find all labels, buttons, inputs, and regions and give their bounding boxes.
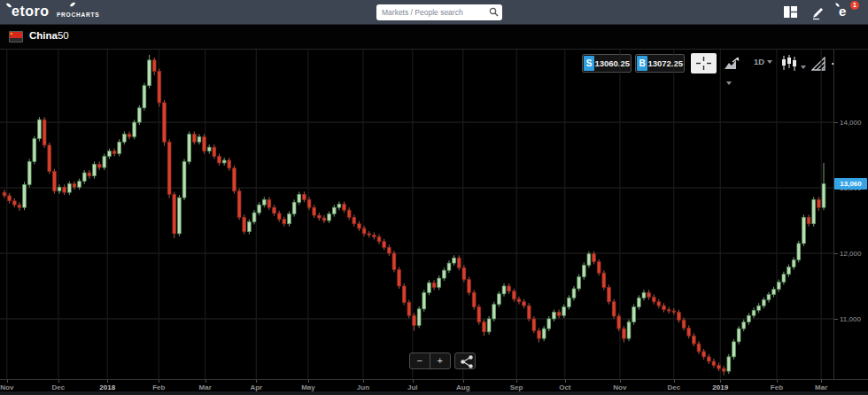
candle-body [792, 259, 795, 267]
candle-body [447, 263, 451, 270]
candle-body [247, 222, 251, 232]
candle-body [222, 160, 226, 163]
zoom-in-button[interactable]: + [430, 353, 450, 368]
x-axis-label: Feb [771, 383, 783, 391]
candle-body [148, 60, 151, 86]
candle-body [562, 307, 566, 316]
candle-body [277, 213, 281, 220]
y-axis-label: 11,000 [840, 315, 861, 323]
candle-body [617, 316, 621, 329]
candle-body [468, 280, 471, 293]
candle-body [742, 322, 746, 329]
candle-body [198, 136, 201, 142]
candle-body [218, 157, 221, 163]
candle-body [767, 295, 771, 300]
candle-body [722, 368, 725, 371]
x-axis-label: Oct [559, 383, 570, 391]
candle-body [398, 269, 401, 285]
candle-body [652, 298, 655, 302]
x-tick-mark [256, 380, 257, 383]
candle-body [692, 336, 695, 344]
chart-region: 14,00013,00012,00011,000 13,060 NovDec20… [0, 49, 868, 395]
candle-body [622, 329, 625, 338]
candle-body [228, 160, 231, 168]
candle-body [143, 86, 146, 108]
candle-body [538, 330, 541, 338]
x-tick-mark [720, 380, 721, 383]
candle-body [158, 71, 161, 102]
candle-body [288, 214, 291, 224]
x-tick-mark [308, 380, 309, 383]
x-axis-label: 2018 [99, 383, 115, 391]
candle-body [678, 313, 681, 321]
candle-body [757, 306, 761, 310]
candle-body [317, 215, 321, 218]
candle-body [152, 60, 156, 72]
y-tick-mark [834, 253, 838, 254]
candle-body [377, 237, 381, 242]
candle-body [237, 191, 241, 218]
candle-body [97, 164, 101, 167]
candle-body [88, 173, 91, 176]
x-axis-label: Feb [152, 383, 165, 391]
top-navigation-bar: etoro PROCHARTS [0, 0, 868, 25]
candle-body [33, 139, 36, 162]
candle-body [747, 315, 750, 321]
candle-body [167, 142, 171, 194]
etoro-account-button[interactable]: e 1 [836, 3, 857, 22]
layout-grid-button[interactable] [784, 5, 797, 21]
candle-body [128, 134, 131, 136]
candle-body [517, 299, 521, 302]
candle-body [108, 151, 112, 157]
x-tick-mark [674, 380, 675, 383]
zoom-out-button[interactable]: − [410, 353, 430, 368]
candle-body [687, 328, 691, 336]
candle-body [407, 302, 411, 315]
candle-body [118, 142, 121, 153]
x-tick-mark [58, 380, 59, 383]
candle-body [303, 194, 306, 199]
x-tick-mark [463, 380, 464, 383]
candle-body [632, 307, 636, 322]
candle-body [292, 202, 296, 213]
x-tick-mark [620, 380, 621, 383]
candle-body [727, 357, 731, 371]
product-name: PROCHARTS [57, 12, 99, 18]
candle-body [207, 147, 211, 151]
candle-body [337, 205, 341, 208]
x-tick-mark [565, 380, 566, 383]
x-axis-label: Mar [199, 383, 212, 391]
symbol-title[interactable]: China50 [29, 30, 69, 41]
time-axis[interactable]: NovDec2018FebMarAprMayJunJulAugSepOctNov… [0, 379, 868, 391]
candlestick-chart[interactable] [0, 50, 833, 379]
candle-body [8, 196, 12, 201]
candle-body [178, 198, 182, 234]
x-axis-label: Dec [667, 383, 680, 391]
etoro-logo[interactable]: etoro PROCHARTS [12, 4, 99, 21]
candle-body [502, 286, 506, 294]
candle-body [213, 147, 216, 156]
share-button[interactable] [454, 352, 476, 369]
candle-body [707, 357, 710, 361]
candle-body [203, 136, 206, 151]
candle-body [672, 311, 676, 312]
candle-body [487, 319, 491, 332]
price-axis[interactable]: 14,00013,00012,00011,000 [833, 50, 868, 379]
candle-body [372, 235, 376, 236]
candle-body [347, 210, 351, 217]
y-tick-mark [834, 122, 838, 123]
candle-body [477, 307, 481, 322]
candle-body [163, 103, 167, 142]
zoom-button-group: − + [409, 352, 451, 369]
candle-body [362, 228, 366, 234]
candle-body [762, 300, 765, 306]
candle-body [243, 217, 246, 231]
search-box [376, 4, 502, 20]
candle-body [188, 134, 191, 161]
candle-body [387, 247, 391, 253]
x-axis-label: Dec [52, 383, 66, 391]
candle-body [328, 214, 331, 221]
search-input[interactable] [382, 4, 486, 20]
draw-button[interactable] [810, 5, 825, 24]
candle-body [547, 319, 551, 329]
